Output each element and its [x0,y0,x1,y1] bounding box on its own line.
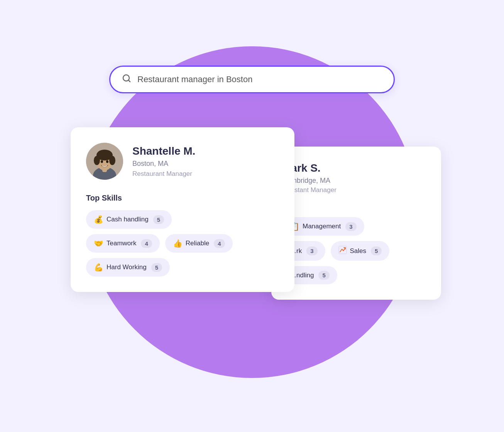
skill-hard-working: 💪 Hard Working 5 [86,258,170,277]
skills-row-2: 💪 Hard Working 5 [86,258,279,277]
skill-label-cash: Cash handling [107,216,149,223]
card-shantelle: Shantelle M. Boston, MA Restaurant Manag… [71,127,294,292]
skill-emoji-sales [338,246,347,256]
secondary-skills-row-2: …ndling 5 [282,266,426,284]
skill-reliable: 👍 Reliable 4 [165,234,233,253]
skill-emoji-cash: 💰 [94,215,103,224]
search-input-value: Restaurant manager in Boston [137,74,252,84]
profile-name-shantelle: Shantelle M. [132,145,195,157]
skill-label-sales: Sales [350,247,367,255]
profile-info-shantelle: Shantelle M. Boston, MA Restaurant Manag… [132,145,195,178]
svg-point-9 [101,160,103,163]
secondary-skills-grid: 📋 Management 3 …rk 3 [282,217,426,284]
scene: Restaurant manager in Boston [40,27,464,405]
skills-grid: 💰 Cash handling 5 🤝 Teamwork 4 👍 Reliabl… [86,210,279,277]
profile-role-shantelle: Restaurant Manager [132,170,195,178]
skill-sales: Sales 5 [331,241,390,261]
skill-count-hardworking: 5 [151,263,162,272]
profile-role-mark: Assistant Manager [282,186,426,194]
skill-count-sales: 5 [371,246,382,255]
skill-label-reliable: Reliable [186,240,209,247]
avatar-shantelle [86,143,123,180]
svg-point-10 [106,160,108,163]
skill-label-hardworking: Hard Working [107,263,147,271]
profile-name-mark: Mark S. [282,162,426,174]
profile-header-shantelle: Shantelle M. Boston, MA Restaurant Manag… [86,143,279,180]
profile-header-mark: Mark S. Cambridge, MA Assistant Manager [282,162,426,194]
skill-count-reliable: 4 [214,239,225,248]
skills-row-0: 💰 Cash handling 5 [86,210,279,229]
skill-cash-handling: 💰 Cash handling 5 [86,210,172,229]
search-bar[interactable]: Restaurant manager in Boston [109,66,395,93]
profile-location-mark: Cambridge, MA [282,177,426,185]
skill-emoji-reliable: 👍 [173,239,183,248]
skill-count-rk: 3 [306,246,317,255]
skills-title: Top Skills [86,194,279,202]
secondary-skills-row-1: …rk 3 Sales 5 [282,241,426,261]
skills-row-1: 🤝 Teamwork 4 👍 Reliable 4 [86,234,279,253]
skill-teamwork: 🤝 Teamwork 4 [86,234,160,253]
skill-count-cash: 5 [153,215,164,224]
svg-line-1 [129,80,130,82]
card-mark: Mark S. Cambridge, MA Assistant Manager … [271,147,441,300]
profile-location-shantelle: Boston, MA [132,160,195,168]
skill-count-management: 3 [345,222,356,231]
skill-count-teamwork: 4 [141,239,152,248]
secondary-skills-row-0: 📋 Management 3 [282,217,426,236]
skill-label-teamwork: Teamwork [107,240,136,247]
skill-emoji-hardworking: 💪 [94,263,103,272]
skill-emoji-teamwork: 🤝 [94,239,103,248]
search-icon [122,74,131,85]
svg-point-7 [94,156,100,165]
skill-label-management: Management [303,223,341,230]
svg-point-8 [109,156,115,165]
skill-count-ndling: 5 [318,271,329,280]
